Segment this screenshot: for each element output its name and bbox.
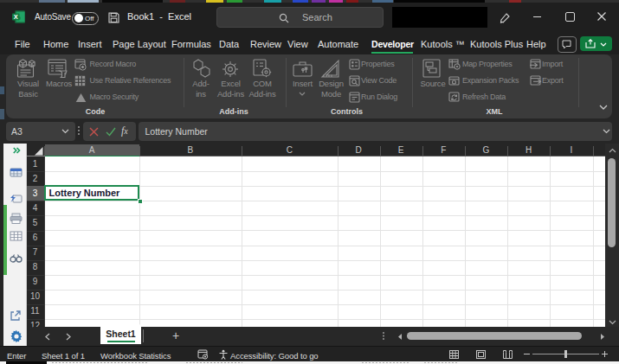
svg-text:X: X <box>14 13 18 21</box>
